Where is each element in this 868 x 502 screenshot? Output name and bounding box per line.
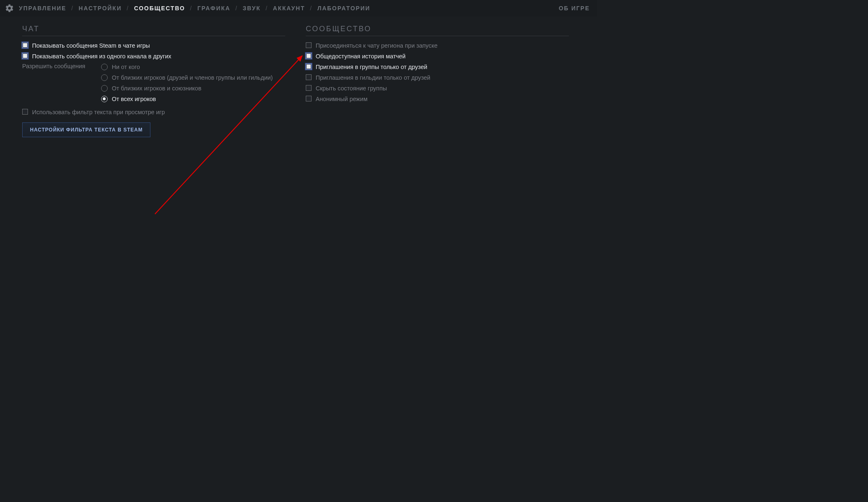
tab-sep: / <box>265 5 268 12</box>
tab-sep: / <box>71 5 74 12</box>
radio-row-close-allies[interactable]: От близких игроков и союзников <box>101 83 273 94</box>
allow-messages-radio-group: Ни от кого От близких игроков (друзей и … <box>101 62 273 104</box>
checkbox-show-channel[interactable] <box>22 53 28 59</box>
tab-graphics[interactable]: ГРАФИКА <box>197 5 230 12</box>
radio-label: От близких игроков и союзников <box>112 84 201 92</box>
chat-section-title: ЧАТ <box>22 25 285 36</box>
tab-sep: / <box>190 5 192 12</box>
community-column: СООБЩЕСТВО Присоединяться к чату региона… <box>306 25 569 137</box>
checkbox-show-steam[interactable] <box>22 42 28 48</box>
checkbox-text-filter[interactable] <box>22 109 28 115</box>
radio-row-close[interactable]: От близких игроков (друзей и членов груп… <box>101 72 273 83</box>
checkbox-label: Скрыть состояние группы <box>316 84 387 92</box>
checkbox-label: Использовать фильтр текста при просмотре… <box>32 108 165 116</box>
radio-row-all[interactable]: От всех игроков <box>101 94 273 104</box>
radio-label: Ни от кого <box>112 63 140 71</box>
radio-close-allies[interactable] <box>101 85 108 92</box>
checkbox-row-text-filter[interactable]: Использовать фильтр текста при просмотре… <box>22 107 285 117</box>
checkbox-label: Приглашения в группы только от друзей <box>316 63 427 71</box>
radio-label: От близких игроков (друзей и членов груп… <box>112 74 273 82</box>
checkbox-label: Общедоступная история матчей <box>316 52 406 60</box>
checkbox-label: Показывать сообщения из одного канала в … <box>32 52 171 60</box>
radio-all[interactable] <box>101 96 108 102</box>
tab-control[interactable]: УПРАВЛЕНИЕ <box>19 5 66 12</box>
about-game-link[interactable]: ОБ ИГРЕ <box>559 5 590 12</box>
checkbox-label: Присоединяться к чату региона при запуск… <box>316 41 438 50</box>
checkbox-row-show-steam[interactable]: Показывать сообщения Steam в чате игры <box>22 40 285 51</box>
steam-text-filter-button[interactable]: НАСТРОЙКИ ФИЛЬТРА ТЕКСТА В STEAM <box>22 122 150 137</box>
checkbox-row-community-3[interactable]: Приглашения в гильдии только от друзей <box>306 72 569 83</box>
radio-none[interactable] <box>101 64 108 70</box>
radio-row-none[interactable]: Ни от кого <box>101 62 273 72</box>
tab-sep: / <box>235 5 238 12</box>
checkbox-row-community-1[interactable]: Общедоступная история матчей <box>306 51 569 62</box>
checkbox-row-community-0[interactable]: Присоединяться к чату региона при запуск… <box>306 40 569 51</box>
allow-messages-caption: Разрешить сообщения <box>22 62 101 69</box>
community-section-title: СООБЩЕСТВО <box>306 25 569 36</box>
tab-sep: / <box>310 5 312 12</box>
tab-community[interactable]: СООБЩЕСТВО <box>134 5 185 12</box>
checkbox-community-2[interactable] <box>306 64 312 69</box>
checkbox-community-3[interactable] <box>306 74 312 80</box>
tab-sound[interactable]: ЗВУК <box>243 5 261 12</box>
tab-labs[interactable]: ЛАБОРАТОРИИ <box>317 5 370 12</box>
radio-label: От всех игроков <box>112 95 156 103</box>
checkbox-row-community-2[interactable]: Приглашения в группы только от друзей <box>306 62 569 72</box>
chat-column: ЧАТ Показывать сообщения Steam в чате иг… <box>22 25 285 137</box>
checkbox-community-1[interactable] <box>306 53 312 59</box>
tabs: УПРАВЛЕНИЕ / НАСТРОЙКИ / СООБЩЕСТВО / ГР… <box>19 5 370 12</box>
top-tab-bar: УПРАВЛЕНИЕ / НАСТРОЙКИ / СООБЩЕСТВО / ГР… <box>0 0 597 16</box>
tab-settings[interactable]: НАСТРОЙКИ <box>78 5 122 12</box>
checkbox-label: Показывать сообщения Steam в чате игры <box>32 41 150 50</box>
checkbox-row-community-5[interactable]: Анонимный режим <box>306 94 569 104</box>
checkbox-label: Приглашения в гильдии только от друзей <box>316 74 430 82</box>
checkbox-row-community-4[interactable]: Скрыть состояние группы <box>306 83 569 94</box>
checkbox-label: Анонимный режим <box>316 95 367 103</box>
tab-account[interactable]: АККАУНТ <box>273 5 305 12</box>
gear-icon[interactable] <box>5 4 19 13</box>
content: ЧАТ Показывать сообщения Steam в чате иг… <box>0 16 597 137</box>
checkbox-row-show-channel[interactable]: Показывать сообщения из одного канала в … <box>22 51 285 62</box>
checkbox-community-4[interactable] <box>306 85 312 91</box>
tab-sep: / <box>127 5 129 12</box>
radio-close[interactable] <box>101 74 108 81</box>
checkbox-community-0[interactable] <box>306 42 312 48</box>
checkbox-community-5[interactable] <box>306 96 312 101</box>
